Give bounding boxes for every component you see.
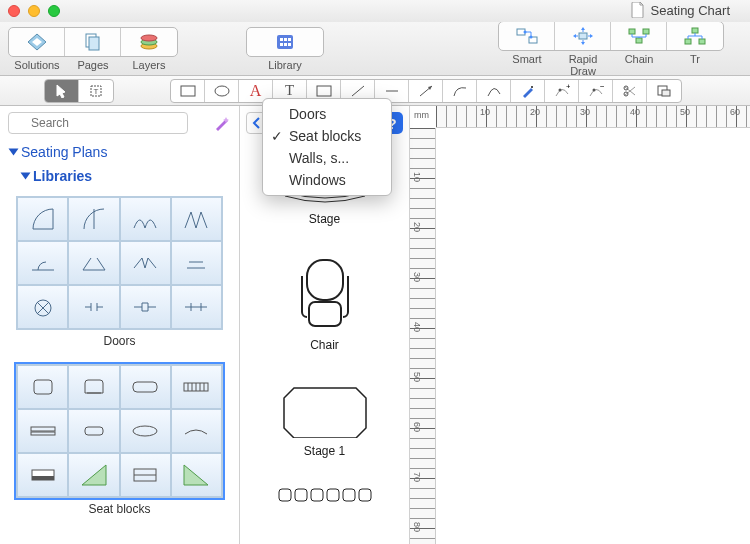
svg-rect-24 [643, 29, 649, 34]
svg-rect-26 [692, 28, 698, 33]
smart-button[interactable] [499, 22, 555, 50]
solutions-button[interactable] [9, 28, 65, 56]
svg-rect-10 [288, 38, 291, 41]
seat-shape[interactable] [17, 453, 68, 497]
chevron-left-icon [252, 117, 262, 129]
seat-shape[interactable] [120, 409, 171, 453]
node-del-tool[interactable]: − [579, 80, 613, 102]
door-shape[interactable] [17, 241, 68, 285]
minimize-window-button[interactable] [28, 5, 40, 17]
ellipse-tool[interactable] [205, 80, 239, 102]
seat-shape[interactable] [68, 365, 119, 409]
library-grid-doors[interactable] [16, 196, 223, 330]
nav-section[interactable]: Seating Plans [0, 140, 239, 164]
search-box [8, 112, 207, 134]
arrow-tool[interactable] [409, 80, 443, 102]
door-shape[interactable] [68, 285, 119, 329]
library-label-seat-blocks: Seat blocks [0, 502, 239, 516]
dropdown-item-walls[interactable]: Walls, s... [263, 147, 391, 169]
zoom-window-button[interactable] [48, 5, 60, 17]
svg-marker-21 [573, 34, 576, 38]
node-add-tool[interactable]: + [545, 80, 579, 102]
svg-text:T: T [94, 87, 99, 96]
disclosure-triangle-icon [21, 173, 31, 180]
library-label-doors: Doors [0, 334, 239, 348]
svg-rect-18 [579, 33, 587, 39]
door-shape[interactable] [120, 285, 171, 329]
document-title: Seating Chart [651, 3, 731, 18]
svg-point-52 [133, 426, 157, 436]
chain-button[interactable] [611, 22, 667, 50]
window-title: Seating Chart [631, 2, 731, 18]
door-shape[interactable] [120, 241, 171, 285]
chain-label: Chain [611, 53, 667, 77]
seat-shape[interactable] [171, 453, 222, 497]
svg-rect-63 [327, 489, 339, 501]
seat-shape[interactable] [171, 409, 222, 453]
library-grid-seat-blocks[interactable] [16, 364, 223, 498]
svg-rect-3 [89, 37, 99, 50]
drawing-canvas[interactable] [436, 128, 750, 544]
dropdown-item-doors[interactable]: Doors [263, 103, 391, 125]
door-shape[interactable] [68, 241, 119, 285]
svg-rect-25 [636, 38, 642, 43]
svg-rect-47 [133, 382, 157, 392]
seat-shape[interactable] [120, 453, 171, 497]
tree-button[interactable] [667, 22, 723, 50]
library-dropdown: Doors Seat blocks Walls, s... Windows [262, 98, 392, 196]
svg-point-16 [523, 30, 526, 33]
scissor-tool[interactable] [613, 80, 647, 102]
ruler-unit: mm [414, 110, 429, 120]
disclosure-triangle-icon [9, 149, 19, 156]
library-button[interactable] [247, 28, 323, 56]
seat-shape[interactable] [68, 409, 119, 453]
shape-preview-seats-row[interactable] [275, 486, 375, 504]
svg-point-36 [558, 88, 561, 91]
door-shape[interactable] [171, 241, 222, 285]
svg-rect-65 [359, 489, 371, 501]
door-shape[interactable] [120, 197, 171, 241]
nav-subsection[interactable]: Libraries [0, 164, 239, 188]
curve-sm-tool[interactable] [443, 80, 477, 102]
seat-shape[interactable] [171, 365, 222, 409]
door-shape[interactable] [68, 197, 119, 241]
svg-rect-27 [685, 39, 691, 44]
svg-rect-7 [277, 35, 293, 49]
door-shape[interactable] [171, 285, 222, 329]
svg-point-38 [592, 88, 595, 91]
dropdown-item-seat-blocks[interactable]: Seat blocks [263, 125, 391, 147]
seat-shape[interactable] [120, 365, 171, 409]
door-shape[interactable] [17, 285, 68, 329]
door-shape[interactable] [17, 197, 68, 241]
rapid-draw-button[interactable] [555, 22, 611, 50]
pointer-tool[interactable] [45, 80, 79, 102]
search-input[interactable] [8, 112, 188, 134]
close-window-button[interactable] [8, 5, 20, 17]
shape-preview-stage1[interactable]: Stage 1 [280, 380, 370, 458]
vertical-ruler[interactable]: 10 20 30 40 50 60 70 80 [410, 128, 436, 544]
svg-text:+: + [566, 84, 570, 91]
marquee-tool[interactable]: T [79, 80, 113, 102]
pen-tool[interactable] [511, 80, 545, 102]
rect-tool[interactable] [171, 80, 205, 102]
svg-marker-20 [581, 42, 585, 45]
shape-preview-chair[interactable]: Chair [289, 254, 361, 352]
layers-button[interactable] [121, 28, 177, 56]
pages-label: Pages [65, 59, 121, 71]
dropdown-item-windows[interactable]: Windows [263, 169, 391, 191]
pages-button[interactable] [65, 28, 121, 56]
door-shape[interactable] [171, 197, 222, 241]
seat-shape[interactable] [17, 409, 68, 453]
svg-rect-23 [629, 29, 635, 34]
toolbar-group-library: Library [246, 27, 324, 71]
seat-shape[interactable] [68, 453, 119, 497]
svg-rect-54 [32, 476, 54, 480]
compound-tool[interactable] [647, 80, 681, 102]
solutions-label: Solutions [9, 59, 65, 71]
horizontal-ruler[interactable]: 10 20 30 40 50 60 [436, 106, 750, 128]
svg-rect-58 [307, 260, 343, 300]
seat-shape[interactable] [17, 365, 68, 409]
svg-rect-43 [662, 90, 670, 96]
curve-lg-tool[interactable] [477, 80, 511, 102]
wizard-icon[interactable] [213, 114, 231, 132]
